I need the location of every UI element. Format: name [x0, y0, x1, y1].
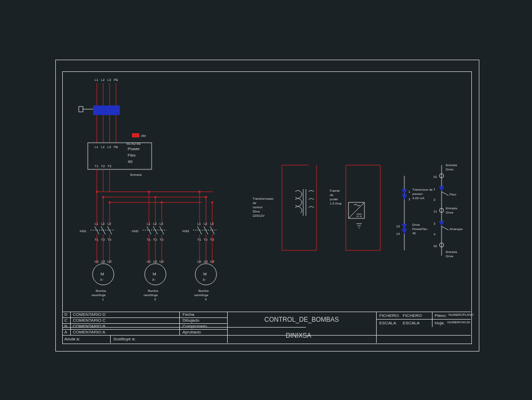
svg-text:1.5 Amp: 1.5 Amp [330, 202, 342, 205]
svg-text:centrifuga: centrifuga [92, 293, 106, 297]
svg-text:3~: 3~ [100, 278, 104, 281]
svg-text:Fuente: Fuente [330, 189, 340, 192]
vfd-drive: Power Flex 40 L1 L2 L3 PE T1 T2 T3 R1 R2… [88, 133, 152, 176]
svg-text:poder: poder [330, 198, 338, 201]
transformer-symbol: Transformador de control 50va 220/12V [253, 189, 314, 217]
svg-text:presion: presion [412, 192, 423, 195]
t13: 13 [396, 225, 400, 228]
svg-text:L2: L2 [153, 222, 157, 225]
svg-text:U2: U2 [153, 260, 157, 263]
svg-marker-139 [402, 194, 407, 200]
rev-c-label: COMENTARIO C [73, 318, 106, 323]
cad-canvas: L1 L2 L3 PE Power Flex 40 L1 L2 L3 PE T1… [0, 0, 532, 400]
input-label-l2: L2 [101, 78, 105, 81]
hoja-value: NUMEROHOJA [447, 321, 470, 324]
svg-text:U2: U2 [204, 260, 208, 263]
svg-text:40: 40 [412, 232, 416, 235]
svg-text:L1: L1 [147, 222, 151, 225]
input-label-l1: L1 [95, 78, 98, 81]
svg-text:KM3: KM3 [182, 230, 189, 233]
svg-text:4-20 mA: 4-20 mA [412, 197, 425, 200]
title-block: D COMENTARIO D C COMENTARIO C B COMENTAR… [62, 312, 471, 343]
svg-text:Entrada: Entrada [446, 250, 458, 254]
paro-button-icon [439, 186, 444, 192]
aprobado-label: Aprobado [182, 330, 201, 334]
hoja-label: Hoja: [435, 321, 445, 325]
input-label-l3: L3 [107, 78, 111, 81]
svg-text:de: de [330, 193, 334, 197]
svg-text:Entrada: Entrada [446, 164, 458, 167]
branch-2: KM2 L1 L2 L3 T1 T2 T3 U1 U2 U3 M 3~ Bomb… [132, 192, 167, 301]
svg-marker-145 [402, 229, 407, 234]
svg-text:3~: 3~ [203, 278, 206, 281]
svg-text:50va: 50va [253, 210, 260, 213]
svg-text:T2: T2 [101, 165, 105, 168]
svg-text:11: 11 [434, 210, 437, 213]
terminal-1-icon [402, 189, 407, 194]
svg-text:1: 1 [102, 298, 104, 301]
svg-text:U1: U1 [197, 260, 202, 263]
svg-text:Bomba: Bomba [198, 289, 209, 292]
svg-text:Drive: Drive [446, 255, 454, 258]
svg-text:T3: T3 [107, 165, 112, 168]
svg-text:L3: L3 [107, 222, 111, 225]
svg-text:U1: U1 [95, 260, 99, 263]
svg-text:Drive: Drive [412, 223, 420, 226]
svg-text:M: M [153, 272, 156, 276]
svg-line-163 [442, 226, 448, 230]
svg-text:L1: L1 [197, 222, 201, 225]
svg-text:L1: L1 [95, 222, 98, 225]
svg-text:L2: L2 [101, 222, 105, 225]
branch-1: KM1 L1 L2 L3 T1 T2 T3 U1 U2 U3 M 3~ Bomb… [80, 192, 114, 301]
fichero-label: FICHERO: [379, 313, 400, 318]
svg-text:Bomba: Bomba [148, 289, 159, 292]
svg-text:PE: PE [114, 145, 118, 149]
drive-label-1: Power [128, 146, 140, 151]
svg-text:3: 3 [434, 222, 436, 225]
svg-text:T1: T1 [95, 165, 99, 168]
svg-text:Drive: Drive [446, 211, 454, 214]
rev-d-idx: D [64, 312, 68, 317]
main-breaker [93, 105, 120, 115]
svg-text:L1: L1 [95, 145, 98, 149]
svg-text:L2: L2 [204, 222, 207, 225]
anula-label: Anula a: [64, 337, 80, 341]
svg-text:R1 R2 R3: R1 R2 R3 [127, 142, 141, 145]
company-name: DINIXSA [286, 332, 311, 339]
svg-text:4: 4 [434, 233, 436, 236]
svg-text:M: M [203, 272, 207, 276]
fichero-value: FICHERO [403, 313, 422, 318]
svg-text:KM2: KM2 [132, 230, 139, 233]
drive-label-2: Flex [128, 153, 136, 158]
pushbuttons: Entrada Drive 01 1 2 Paro 11 Entrada Dri… [434, 164, 463, 258]
comprobado-label: Comprobado [182, 324, 207, 329]
escala-label: ESCALA [379, 321, 396, 325]
svg-text:L3: L3 [107, 145, 111, 149]
svg-text:220/12V: 220/12V [253, 214, 264, 217]
svg-text:1: 1 [434, 187, 436, 191]
svg-text:2: 2 [409, 198, 411, 201]
t14: 14 [396, 232, 400, 235]
svg-text:U1: U1 [147, 260, 151, 263]
svg-text:M: M [101, 272, 104, 276]
svg-text:3~: 3~ [152, 278, 156, 281]
arranque-button-icon [439, 221, 444, 226]
rev-d-label: COMENTARIO D [73, 312, 106, 317]
svg-text:L2: L2 [101, 145, 105, 149]
svg-text:AM: AM [141, 134, 146, 137]
svg-text:centrifuga: centrifuga [194, 293, 209, 297]
rev-b-idx: B [64, 324, 67, 329]
svg-text:Bomba: Bomba [96, 289, 106, 292]
power-input: L1 L2 L3 PE [79, 78, 120, 143]
control-terminals: 1 2 Transmisor de presion 4-20 mA 13 14 … [396, 176, 433, 250]
svg-text:de: de [253, 201, 256, 205]
svg-text:Entrada: Entrada [446, 207, 458, 210]
branch-3: KM3 L1 L2 L3 T1 T2 T3 U1 U2 U3 M 3~ Bomb… [182, 192, 217, 301]
fecha-label: Fecha [182, 312, 194, 317]
svg-text:U3: U3 [107, 260, 112, 263]
svg-text:Entrada: Entrada [130, 173, 142, 176]
power-supply-symbol: Fuente de poder 1.5 Amp [330, 189, 364, 228]
escala-value: ESCALA [403, 321, 420, 325]
svg-text:L3: L3 [160, 222, 163, 225]
rev-a-idx: A [64, 330, 67, 334]
